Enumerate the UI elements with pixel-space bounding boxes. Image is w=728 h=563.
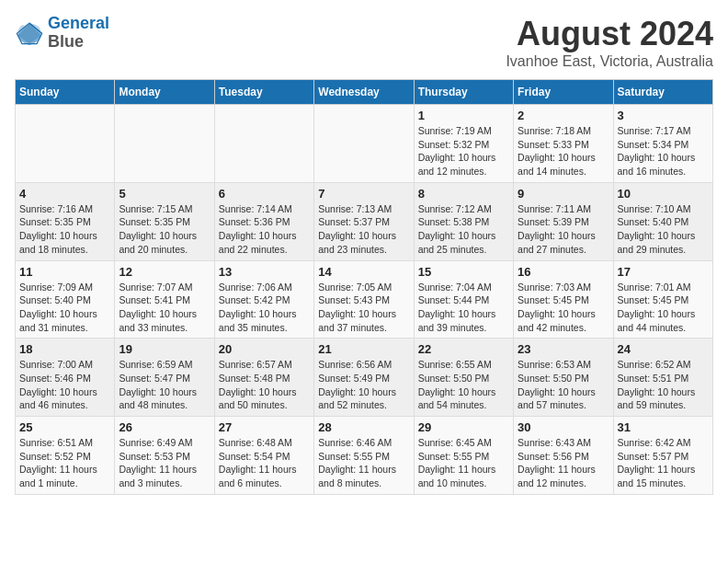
- day-number: 7: [318, 187, 409, 201]
- day-info: Sunrise: 6:52 AMSunset: 5:51 PMDaylight:…: [618, 358, 709, 412]
- calendar-cell-w3-d1: 11Sunrise: 7:09 AMSunset: 5:40 PMDayligh…: [16, 260, 115, 339]
- calendar-cell-w1-d4: [314, 105, 414, 183]
- day-number: 23: [518, 342, 609, 356]
- day-number: 19: [119, 342, 210, 356]
- header-friday: Friday: [514, 80, 613, 105]
- calendar-cell-w4-d3: 20Sunrise: 6:57 AMSunset: 5:48 PMDayligh…: [214, 339, 313, 417]
- day-number: 17: [618, 265, 709, 279]
- day-number: 22: [418, 342, 509, 356]
- calendar-cell-w3-d7: 17Sunrise: 7:01 AMSunset: 5:45 PMDayligh…: [613, 260, 712, 339]
- day-number: 9: [518, 187, 609, 201]
- day-info: Sunrise: 7:05 AMSunset: 5:43 PMDaylight:…: [318, 281, 409, 335]
- day-number: 25: [19, 420, 110, 434]
- day-info: Sunrise: 6:46 AMSunset: 5:55 PMDaylight:…: [318, 436, 409, 490]
- day-info: Sunrise: 7:04 AMSunset: 5:44 PMDaylight:…: [418, 281, 509, 335]
- day-info: Sunrise: 7:16 AMSunset: 5:35 PMDaylight:…: [19, 202, 110, 257]
- calendar-cell-w5-d3: 27Sunrise: 6:48 AMSunset: 5:54 PMDayligh…: [214, 417, 313, 495]
- calendar-cell-w5-d1: 25Sunrise: 6:51 AMSunset: 5:52 PMDayligh…: [16, 417, 115, 495]
- day-info: Sunrise: 6:42 AMSunset: 5:57 PMDaylight:…: [618, 436, 709, 490]
- day-number: 8: [418, 187, 509, 201]
- calendar-cell-w2-d5: 8Sunrise: 7:12 AMSunset: 5:38 PMDaylight…: [414, 182, 513, 260]
- calendar-cell-w4-d5: 22Sunrise: 6:55 AMSunset: 5:50 PMDayligh…: [414, 339, 513, 417]
- day-info: Sunrise: 6:45 AMSunset: 5:55 PMDaylight:…: [418, 436, 509, 490]
- logo-text: General Blue: [48, 15, 109, 52]
- day-info: Sunrise: 6:57 AMSunset: 5:48 PMDaylight:…: [219, 358, 310, 412]
- calendar-cell-w2-d4: 7Sunrise: 7:13 AMSunset: 5:37 PMDaylight…: [314, 182, 414, 260]
- header-tuesday: Tuesday: [214, 80, 313, 105]
- day-info: Sunrise: 7:15 AMSunset: 5:35 PMDaylight:…: [119, 202, 210, 257]
- day-info: Sunrise: 6:51 AMSunset: 5:52 PMDaylight:…: [19, 436, 110, 490]
- calendar-cell-w5-d6: 30Sunrise: 6:43 AMSunset: 5:56 PMDayligh…: [514, 417, 613, 495]
- day-number: 28: [318, 420, 409, 434]
- day-number: 6: [219, 187, 310, 201]
- day-info: Sunrise: 6:55 AMSunset: 5:50 PMDaylight:…: [418, 358, 509, 412]
- day-number: 18: [19, 342, 110, 356]
- day-info: Sunrise: 7:06 AMSunset: 5:42 PMDaylight:…: [219, 281, 310, 335]
- week-row-5: 25Sunrise: 6:51 AMSunset: 5:52 PMDayligh…: [16, 417, 713, 495]
- header-thursday: Thursday: [414, 80, 513, 105]
- header-monday: Monday: [115, 80, 214, 105]
- calendar-cell-w1-d3: [214, 105, 313, 183]
- calendar-cell-w5-d2: 26Sunrise: 6:49 AMSunset: 5:53 PMDayligh…: [115, 417, 214, 495]
- calendar-cell-w3-d2: 12Sunrise: 7:07 AMSunset: 5:41 PMDayligh…: [115, 260, 214, 339]
- day-info: Sunrise: 6:59 AMSunset: 5:47 PMDaylight:…: [119, 358, 210, 412]
- day-info: Sunrise: 7:07 AMSunset: 5:41 PMDaylight:…: [119, 281, 210, 335]
- day-number: 20: [219, 342, 310, 356]
- day-info: Sunrise: 7:10 AMSunset: 5:40 PMDaylight:…: [618, 202, 709, 257]
- day-info: Sunrise: 7:11 AMSunset: 5:39 PMDaylight:…: [518, 202, 609, 257]
- day-info: Sunrise: 6:56 AMSunset: 5:49 PMDaylight:…: [318, 358, 409, 412]
- calendar-cell-w3-d6: 16Sunrise: 7:03 AMSunset: 5:45 PMDayligh…: [514, 260, 613, 339]
- day-info: Sunrise: 6:48 AMSunset: 5:54 PMDaylight:…: [219, 436, 310, 490]
- calendar-cell-w1-d1: [16, 105, 115, 183]
- week-row-2: 4Sunrise: 7:16 AMSunset: 5:35 PMDaylight…: [16, 182, 713, 260]
- day-number: 12: [119, 265, 210, 279]
- logo-icon: [15, 20, 44, 46]
- calendar-cell-w4-d2: 19Sunrise: 6:59 AMSunset: 5:47 PMDayligh…: [115, 339, 214, 417]
- calendar-cell-w5-d4: 28Sunrise: 6:46 AMSunset: 5:55 PMDayligh…: [314, 417, 414, 495]
- calendar-cell-w4-d7: 24Sunrise: 6:52 AMSunset: 5:51 PMDayligh…: [613, 339, 712, 417]
- day-number: 16: [518, 265, 609, 279]
- day-info: Sunrise: 7:03 AMSunset: 5:45 PMDaylight:…: [518, 281, 609, 335]
- day-number: 1: [418, 109, 509, 122]
- calendar-header-row: SundayMondayTuesdayWednesdayThursdayFrid…: [16, 80, 713, 105]
- day-number: 15: [418, 265, 509, 279]
- day-number: 31: [618, 420, 709, 434]
- day-info: Sunrise: 7:17 AMSunset: 5:34 PMDaylight:…: [618, 124, 709, 178]
- calendar-cell-w1-d7: 3Sunrise: 7:17 AMSunset: 5:34 PMDaylight…: [613, 105, 712, 183]
- calendar-cell-w1-d2: [115, 105, 214, 183]
- day-number: 14: [318, 265, 409, 279]
- calendar-cell-w4-d6: 23Sunrise: 6:53 AMSunset: 5:50 PMDayligh…: [514, 339, 613, 417]
- week-row-3: 11Sunrise: 7:09 AMSunset: 5:40 PMDayligh…: [16, 260, 713, 339]
- calendar-table: SundayMondayTuesdayWednesdayThursdayFrid…: [15, 79, 713, 495]
- day-number: 10: [618, 187, 709, 201]
- calendar-cell-w4-d1: 18Sunrise: 7:00 AMSunset: 5:46 PMDayligh…: [16, 339, 115, 417]
- calendar-cell-w2-d1: 4Sunrise: 7:16 AMSunset: 5:35 PMDaylight…: [16, 182, 115, 260]
- title-block: August 2024 Ivanhoe East, Victoria, Aust…: [506, 15, 713, 70]
- main-title: August 2024: [506, 15, 713, 53]
- day-info: Sunrise: 6:43 AMSunset: 5:56 PMDaylight:…: [518, 436, 609, 490]
- day-number: 4: [19, 187, 110, 201]
- calendar-cell-w1-d5: 1Sunrise: 7:19 AMSunset: 5:32 PMDaylight…: [414, 105, 513, 183]
- calendar-cell-w2-d6: 9Sunrise: 7:11 AMSunset: 5:39 PMDaylight…: [514, 182, 613, 260]
- header-sunday: Sunday: [16, 80, 115, 105]
- day-number: 24: [618, 342, 709, 356]
- calendar-cell-w1-d6: 2Sunrise: 7:18 AMSunset: 5:33 PMDaylight…: [514, 105, 613, 183]
- logo: General Blue: [15, 15, 109, 52]
- day-info: Sunrise: 7:18 AMSunset: 5:33 PMDaylight:…: [518, 124, 609, 178]
- day-number: 3: [618, 109, 709, 122]
- day-info: Sunrise: 7:09 AMSunset: 5:40 PMDaylight:…: [19, 281, 110, 335]
- day-number: 13: [219, 265, 310, 279]
- calendar-cell-w2-d3: 6Sunrise: 7:14 AMSunset: 5:36 PMDaylight…: [214, 182, 313, 260]
- day-info: Sunrise: 7:14 AMSunset: 5:36 PMDaylight:…: [219, 202, 310, 257]
- calendar-cell-w3-d5: 15Sunrise: 7:04 AMSunset: 5:44 PMDayligh…: [414, 260, 513, 339]
- day-info: Sunrise: 7:00 AMSunset: 5:46 PMDaylight:…: [19, 358, 110, 412]
- header-saturday: Saturday: [613, 80, 712, 105]
- day-number: 29: [418, 420, 509, 434]
- day-info: Sunrise: 7:19 AMSunset: 5:32 PMDaylight:…: [418, 124, 509, 178]
- header-wednesday: Wednesday: [314, 80, 414, 105]
- day-number: 2: [518, 109, 609, 122]
- day-info: Sunrise: 7:01 AMSunset: 5:45 PMDaylight:…: [618, 281, 709, 335]
- day-info: Sunrise: 6:53 AMSunset: 5:50 PMDaylight:…: [518, 358, 609, 412]
- calendar-cell-w3-d3: 13Sunrise: 7:06 AMSunset: 5:42 PMDayligh…: [214, 260, 313, 339]
- calendar-cell-w5-d5: 29Sunrise: 6:45 AMSunset: 5:55 PMDayligh…: [414, 417, 513, 495]
